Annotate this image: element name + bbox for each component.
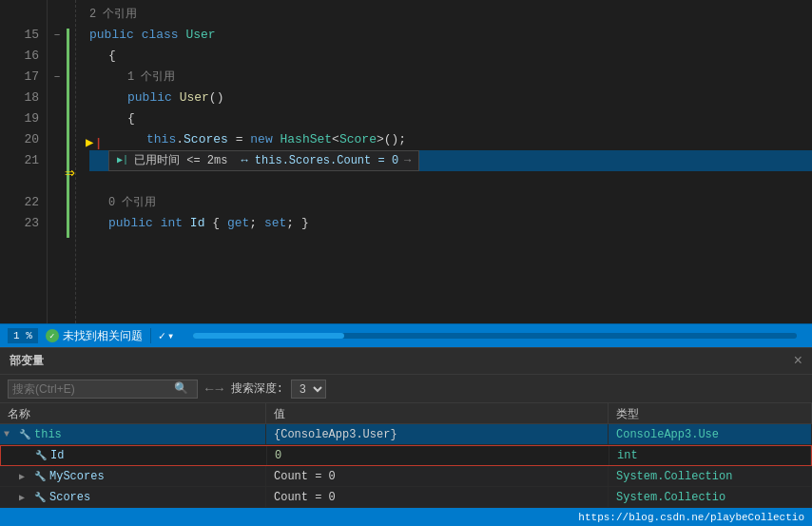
- var-rows: ▼ 🔧 this {ConsoleApp3.User} ConsoleApp3.…: [0, 424, 812, 508]
- nav-arrows: ← →: [205, 381, 223, 397]
- depth-select[interactable]: 3 1 2 4 5: [291, 380, 326, 399]
- search-row: 🔍 ← → 搜索深度: 3 1 2 4 5: [0, 375, 812, 403]
- prev-arrow-icon[interactable]: ←: [205, 381, 213, 397]
- down-arrow-icon: ▾: [167, 329, 174, 343]
- collapse-btn-empty1: [48, 4, 67, 25]
- execution-arrow-icon: ⇒: [65, 162, 75, 183]
- col-value-header: 值: [266, 403, 609, 425]
- line-num-22: [0, 171, 39, 192]
- var-table-header: 名称 值 类型: [0, 403, 812, 424]
- footer-url: https://blog.csdn.ne/playbeCollectio: [578, 512, 804, 523]
- var-row-scores[interactable]: ▶ 🔧 Scores Count = 0 System.Collectio: [0, 487, 812, 508]
- panel-close-button[interactable]: ×: [793, 353, 802, 370]
- var-name-id: ▶ 🔧 Id: [1, 446, 267, 465]
- line-num-23: 23: [0, 213, 39, 234]
- arrow-controls[interactable]: ✓ ▾: [159, 329, 174, 343]
- code-line-16: {: [89, 46, 812, 67]
- line-num-17: 17: [0, 67, 39, 88]
- wrench-icon-this: 🔧: [19, 429, 30, 440]
- collapse-btn-16: [48, 46, 67, 67]
- code-line-22: public int Id { get; set; }: [89, 213, 812, 234]
- execution-tooltip: ▶| 已用时间 <= 2ms ↔ this.Scores.Count = 0 →: [108, 150, 419, 171]
- collapse-btn-19: [48, 108, 67, 129]
- collapse-btn-22a: [48, 171, 67, 192]
- status-text: 未找到相关问题: [63, 328, 143, 344]
- var-row-myscores[interactable]: ▶ 🔧 MyScores Count = 0 System.Collection: [0, 466, 812, 487]
- tooltip-arrow-icon: ▶|: [117, 150, 128, 171]
- collapse-btn-20: [48, 129, 67, 150]
- line-num-20: 20: [0, 129, 39, 150]
- next-arrow-icon[interactable]: →: [215, 381, 222, 397]
- code-line-18: {: [89, 108, 812, 129]
- code-line-refcount2: 1 个引用: [89, 67, 812, 88]
- collapse-btn-15[interactable]: −: [48, 25, 67, 46]
- expand-arrow-scores[interactable]: ▶: [19, 492, 30, 503]
- var-value-myscores: Count = 0: [266, 466, 609, 486]
- line-num-16: 16: [0, 46, 39, 67]
- collapse-btn-21: [48, 150, 67, 171]
- line-num-18: 18: [0, 88, 39, 108]
- check-circle-icon: ✓: [46, 329, 59, 342]
- line-num-19: 19: [0, 108, 39, 129]
- code-line-20: ▶| 已用时间 <= 2ms ↔ this.Scores.Count = 0 →: [89, 150, 812, 171]
- panel-header: 部变量 ×: [0, 348, 812, 375]
- var-name-myscores: ▶ 🔧 MyScores: [0, 466, 266, 486]
- code-line-15: public class User: [89, 25, 812, 46]
- line-num-21: 21: [0, 150, 39, 171]
- collapse-gutter: − −: [48, 0, 67, 323]
- status-bar: 1 % ✓ 未找到相关问题 ✓ ▾: [0, 323, 812, 347]
- search-icon[interactable]: 🔍: [170, 381, 192, 396]
- myscores-label: MyScores: [49, 470, 105, 483]
- var-name-scores: ▶ 🔧 Scores: [0, 487, 266, 507]
- code-line-19: ▶ | this.Scores = new HashSet<Score>();: [89, 129, 812, 150]
- collapse-btn-18: [48, 88, 67, 108]
- code-line-17: public User(): [89, 88, 812, 108]
- code-line-21: [89, 171, 812, 192]
- var-row-id[interactable]: ▶ 🔧 Id 0 int: [0, 445, 812, 466]
- line-num-ref1: [0, 4, 39, 25]
- var-type-id: int: [609, 446, 811, 465]
- code-line-23: [89, 234, 812, 255]
- bottom-panel: 部变量 × 🔍 ← → 搜索深度: 3 1 2 4 5 名称 值 类型 ▼: [0, 347, 812, 526]
- line-numbers: 15 16 17 18 19 20 21 22 23: [0, 0, 48, 323]
- tooltip-arrow-right: →: [404, 150, 411, 171]
- status-divider: [150, 328, 151, 343]
- var-value-id: 0: [267, 446, 609, 465]
- var-value-this: {ConsoleApp3.User}: [266, 424, 609, 444]
- zoom-level: 1 %: [8, 328, 38, 343]
- collapse-btn-23: [48, 213, 67, 234]
- this-label: this: [34, 428, 62, 441]
- scores-label: Scores: [49, 491, 90, 504]
- var-name-this: ▼ 🔧 this: [0, 424, 266, 444]
- line-num-15: 15: [0, 25, 39, 46]
- id-label: Id: [50, 449, 64, 462]
- status-left: 1 % ✓ 未找到相关问题 ✓ ▾: [8, 328, 174, 344]
- wrench-icon-myscores: 🔧: [34, 471, 46, 482]
- var-value-scores: Count = 0: [266, 487, 609, 507]
- var-row-this[interactable]: ▼ 🔧 this {ConsoleApp3.User} ConsoleApp3.…: [0, 424, 812, 445]
- tooltip-time-text: 已用时间 <= 2ms: [134, 150, 227, 171]
- status-icon: ✓ 未找到相关问题: [46, 328, 143, 344]
- col-name-header: 名称: [0, 403, 266, 425]
- var-type-myscores: System.Collection: [609, 466, 812, 486]
- search-input[interactable]: [9, 382, 170, 396]
- tooltip-scores-text: ↔ this.Scores.Count = 0: [241, 150, 398, 171]
- collapse-btn-22b: [48, 192, 67, 213]
- code-line-refcount1: 2 个引用: [89, 4, 812, 25]
- wrench-icon-id: 🔧: [35, 450, 47, 461]
- var-type-this: ConsoleApp3.Use: [609, 424, 812, 444]
- expand-arrow-this[interactable]: ▼: [4, 429, 15, 439]
- expand-arrow-myscores[interactable]: ▶: [19, 471, 30, 482]
- var-type-scores: System.Collectio: [609, 487, 812, 507]
- line-num-22b: 22: [0, 192, 39, 213]
- code-lines: 2 个引用 public class User { 1 个引用 public U…: [82, 0, 812, 323]
- search-input-wrap[interactable]: 🔍: [8, 380, 198, 399]
- collapse-btn-17[interactable]: −: [48, 67, 67, 88]
- col-type-header: 类型: [609, 403, 812, 425]
- depth-label: 搜索深度:: [231, 380, 283, 397]
- editor-area: 15 16 17 18 19 20 21 22 23 − −: [0, 0, 812, 323]
- panel-title: 部变量: [10, 353, 44, 369]
- wrench-icon-scores: 🔧: [34, 492, 46, 503]
- checkmark-icon: ✓: [159, 329, 165, 343]
- code-line-refcount3: 0 个引用: [89, 192, 812, 213]
